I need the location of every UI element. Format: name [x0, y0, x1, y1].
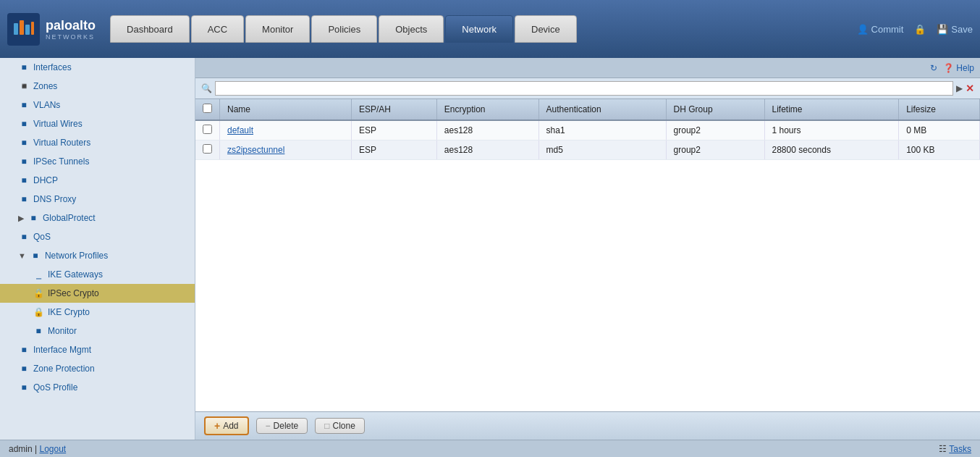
qos-profile-icon: ■ — [18, 382, 30, 393]
virtual-wires-icon: ■ — [18, 118, 30, 130]
ike-crypto-label: IKE Crypto — [48, 307, 90, 317]
sidebar-item-network-profiles[interactable]: ▼ ■ Network Profiles — [0, 246, 195, 265]
dns-proxy-icon: ■ — [18, 193, 30, 205]
sidebar-item-interfaces[interactable]: ■ Interfaces — [0, 58, 195, 77]
col-esp-ah: ESP/AH — [351, 99, 436, 120]
tab-acc[interactable]: ACC — [191, 15, 244, 43]
content-area: ↻ ❓ Help 🔍 ▶ ✕ Name ESP/AH Encryption Au… — [195, 58, 980, 440]
svg-rect-3 — [31, 22, 34, 35]
search-icon: 🔍 — [201, 83, 212, 93]
nav-tabs: Dashboard ACC Monitor Policies Objects N… — [110, 15, 857, 43]
table-body: default ESP aes128 sha1 group2 1 hours 0… — [195, 120, 980, 160]
row-dh-group: group2 — [666, 141, 764, 160]
row-lifesize: 100 KB — [899, 141, 980, 160]
row-name[interactable]: zs2ipsectunnel — [220, 141, 352, 160]
logout-link[interactable]: Logout — [39, 444, 66, 454]
content-header: ↻ ❓ Help — [195, 58, 980, 78]
qos-label: QoS — [33, 232, 51, 242]
sidebar-item-zone-protection[interactable]: ■ Zone Protection — [0, 359, 195, 378]
sidebar-item-ike-crypto[interactable]: 🔒 IKE Crypto — [0, 303, 195, 322]
help-button[interactable]: ❓ Help — [943, 63, 974, 73]
row-select-checkbox[interactable] — [203, 144, 212, 154]
sidebar-item-virtual-routers[interactable]: ■ Virtual Routers — [0, 133, 195, 152]
top-right-actions: 👤 Commit 🔒 💾 Save — [857, 24, 973, 35]
tab-policies[interactable]: Policies — [311, 15, 377, 43]
save-icon: 💾 — [937, 24, 948, 35]
sidebar-item-dhcp[interactable]: ■ DHCP — [0, 171, 195, 190]
network-profiles-expand-icon[interactable]: ▼ — [18, 251, 26, 260]
tasks-link[interactable]: Tasks — [949, 444, 971, 454]
virtual-routers-icon: ■ — [18, 137, 30, 148]
tab-dashboard[interactable]: Dashboard — [110, 15, 190, 43]
bottom-bar: + Add − Delete □ Clone — [195, 411, 980, 440]
tab-device[interactable]: Device — [515, 15, 577, 43]
monitor-label: Monitor — [48, 326, 77, 336]
qos-icon: ■ — [18, 231, 30, 243]
sidebar-item-qos[interactable]: ■ QoS — [0, 227, 195, 246]
row-encryption: aes128 — [436, 120, 538, 141]
delete-button[interactable]: − Delete — [256, 418, 308, 434]
top-bar: paloalto NETWORKS Dashboard ACC Monitor … — [0, 0, 980, 58]
sidebar-item-virtual-wires[interactable]: ■ Virtual Wires — [0, 114, 195, 133]
sidebar: ■ Interfaces ◾ Zones ■ VLANs ■ Virtual W… — [0, 58, 195, 440]
row-dh-group: group2 — [666, 120, 764, 141]
globalprotect-label: GlobalProtect — [43, 213, 96, 223]
col-name: Name — [220, 99, 352, 120]
tab-network[interactable]: Network — [445, 15, 513, 43]
sidebar-item-vlans[interactable]: ■ VLANs — [0, 96, 195, 114]
status-bar: admin | Logout ☷ Tasks — [0, 440, 980, 457]
sidebar-item-interface-mgmt[interactable]: ■ Interface Mgmt — [0, 340, 195, 359]
sidebar-item-ike-gateways[interactable]: ⎯ IKE Gateways — [0, 265, 195, 284]
tab-objects[interactable]: Objects — [379, 15, 444, 43]
filter-close-icon[interactable]: ✕ — [966, 83, 974, 94]
ike-gateways-icon: ⎯ — [33, 269, 44, 280]
row-checkbox[interactable] — [195, 120, 220, 141]
interface-mgmt-label: Interface Mgmt — [33, 345, 91, 355]
add-button[interactable]: + Add — [204, 416, 249, 435]
sidebar-item-zones[interactable]: ◾ Zones — [0, 77, 195, 96]
status-right: ☷ Tasks — [939, 444, 971, 454]
interfaces-label: Interfaces — [33, 62, 72, 72]
col-checkbox — [195, 99, 220, 120]
search-input[interactable] — [215, 81, 953, 96]
tab-monitor[interactable]: Monitor — [245, 15, 310, 43]
svg-rect-0 — [14, 23, 18, 35]
ipsec-crypto-label: IPSec Crypto — [48, 288, 99, 298]
col-authentication: Authentication — [538, 99, 666, 120]
add-label: Add — [223, 421, 238, 431]
zone-protection-icon: ■ — [18, 363, 30, 374]
clone-button[interactable]: □ Clone — [315, 418, 365, 434]
select-all-checkbox[interactable] — [203, 104, 212, 113]
main-layout: ■ Interfaces ◾ Zones ■ VLANs ■ Virtual W… — [0, 58, 980, 440]
ike-gateways-label: IKE Gateways — [48, 269, 103, 280]
globalprotect-expand-icon[interactable]: ▶ — [18, 214, 24, 223]
zones-label: Zones — [33, 81, 57, 91]
sidebar-item-dns-proxy[interactable]: ■ DNS Proxy — [0, 190, 195, 209]
save-button[interactable]: 💾 Save — [937, 24, 973, 35]
filter-expand-icon[interactable]: ▶ — [956, 83, 963, 93]
svg-rect-1 — [20, 20, 24, 35]
virtual-wires-label: Virtual Wires — [33, 119, 83, 129]
ipsec-tunnels-label: IPSec Tunnels — [33, 156, 89, 167]
commit-button[interactable]: 👤 Commit — [857, 24, 904, 35]
sidebar-item-qos-profile[interactable]: ■ QoS Profile — [0, 378, 195, 397]
refresh-button[interactable]: ↻ — [930, 63, 937, 73]
sidebar-item-ipsec-crypto[interactable]: 🔒 IPSec Crypto — [0, 284, 195, 303]
row-checkbox[interactable] — [195, 141, 220, 160]
logo-icon — [7, 13, 40, 46]
save-label: Save — [951, 24, 973, 35]
monitor-icon: ■ — [33, 325, 44, 337]
row-select-checkbox[interactable] — [203, 125, 212, 134]
qos-profile-label: QoS Profile — [33, 382, 77, 393]
sidebar-item-monitor[interactable]: ■ Monitor — [0, 322, 195, 340]
sidebar-item-ipsec-tunnels[interactable]: ■ IPSec Tunnels — [0, 152, 195, 171]
col-encryption: Encryption — [436, 99, 538, 120]
ike-crypto-icon: 🔒 — [33, 306, 44, 318]
ipsec-tunnels-icon: ■ — [18, 156, 30, 167]
row-name[interactable]: default — [220, 120, 352, 141]
logo-name: paloalto — [46, 18, 96, 33]
sidebar-item-globalprotect[interactable]: ▶ ■ GlobalProtect — [0, 209, 195, 227]
interface-mgmt-icon: ■ — [18, 344, 30, 356]
dhcp-icon: ■ — [18, 175, 30, 186]
col-dh-group: DH Group — [666, 99, 764, 120]
